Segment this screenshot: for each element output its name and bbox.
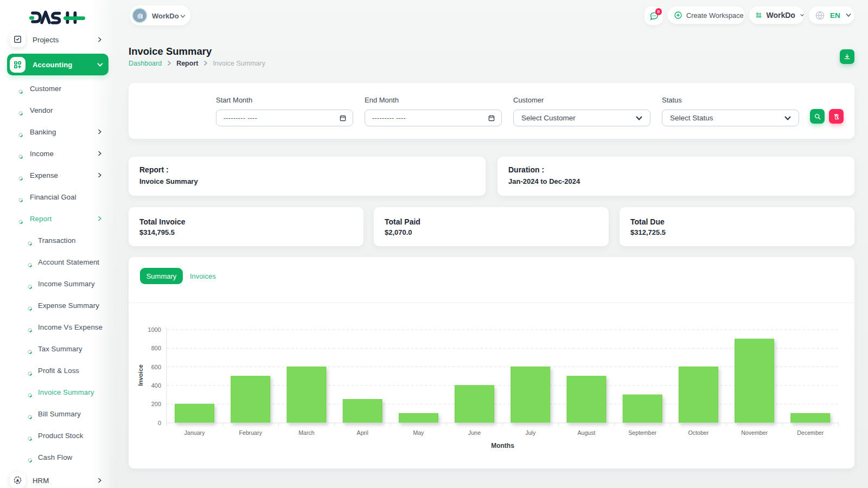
svg-text:February: February [239, 429, 263, 436]
svg-text:January: January [184, 429, 205, 436]
svg-text:November: November [741, 429, 768, 436]
svg-text:August: August [578, 429, 596, 436]
svg-text:July: July [525, 429, 536, 436]
svg-text:Invoice: Invoice [137, 364, 144, 386]
svg-text:April: April [357, 429, 368, 436]
svg-text:June: June [468, 429, 481, 436]
svg-text:December: December [797, 429, 824, 436]
svg-text:September: September [628, 429, 656, 436]
svg-text:200: 200 [151, 401, 161, 407]
svg-text:400: 400 [151, 382, 161, 389]
svg-text:October: October [688, 429, 709, 436]
svg-text:800: 800 [151, 345, 161, 351]
svg-text:600: 600 [151, 364, 161, 370]
svg-text:March: March [298, 429, 315, 436]
svg-text:1000: 1000 [148, 326, 161, 333]
svg-text:0: 0 [158, 420, 161, 426]
svg-text:Months: Months [491, 442, 514, 450]
svg-text:May: May [413, 429, 424, 436]
